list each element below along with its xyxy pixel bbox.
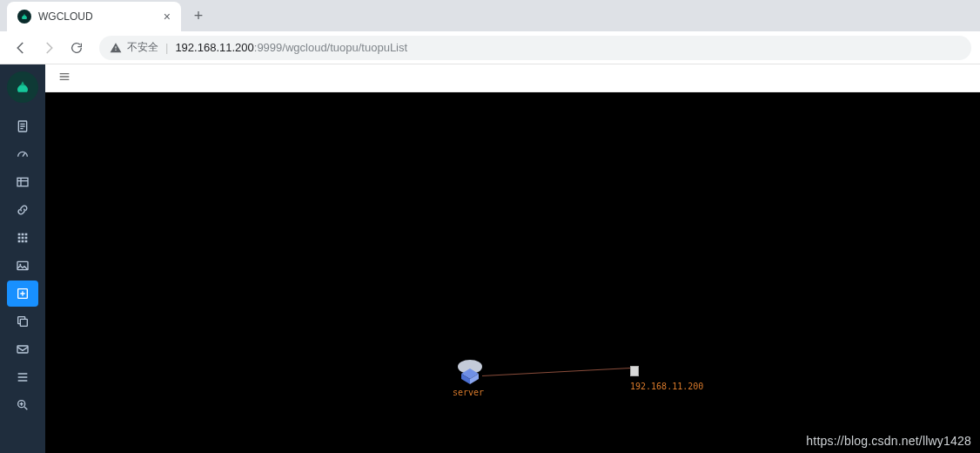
nav-doc[interactable] bbox=[7, 113, 38, 139]
list-icon bbox=[16, 370, 30, 384]
nav-mail[interactable] bbox=[7, 336, 38, 362]
url-path: :9999/wgcloud/tuopu/tuopuList bbox=[254, 41, 407, 54]
link-icon bbox=[16, 203, 30, 217]
copy-icon bbox=[16, 314, 30, 328]
svg-rect-6 bbox=[17, 346, 28, 353]
nav-topology[interactable] bbox=[7, 281, 38, 307]
nav-list[interactable] bbox=[7, 364, 38, 390]
sidebar bbox=[0, 64, 45, 453]
address-bar[interactable]: 不安全 | 192.168.11.200:9999/wgcloud/tuopu/… bbox=[99, 36, 971, 60]
svg-rect-5 bbox=[20, 319, 27, 326]
topbar bbox=[45, 64, 980, 92]
url-host: 192.168.11.200 bbox=[175, 41, 253, 54]
app-logo[interactable] bbox=[7, 71, 38, 103]
topology-canvas[interactable]: server 192.168.11.200 https://blog.csdn.… bbox=[45, 92, 980, 453]
url-text: 192.168.11.200:9999/wgcloud/tuopu/tuopuL… bbox=[175, 41, 407, 54]
svg-rect-1 bbox=[17, 178, 28, 186]
watermark: https://blog.csdn.net/llwy1428 bbox=[806, 434, 971, 448]
url-separator: | bbox=[165, 41, 168, 54]
app-container: server 192.168.11.200 https://blog.csdn.… bbox=[0, 64, 980, 453]
reload-button[interactable] bbox=[64, 36, 89, 60]
close-icon[interactable]: × bbox=[164, 10, 171, 24]
topology-host-node[interactable]: 192.168.11.200 bbox=[630, 362, 703, 391]
nav-image[interactable] bbox=[7, 253, 38, 279]
topology-edge bbox=[482, 368, 639, 376]
server-cloud-icon bbox=[453, 358, 484, 384]
browser-tab[interactable]: WGCLOUD × bbox=[7, 2, 181, 31]
security-label: 不安全 bbox=[127, 40, 158, 55]
new-tab-button[interactable]: + bbox=[186, 3, 211, 28]
grid-icon bbox=[16, 231, 30, 245]
tab-title: WGCLOUD bbox=[38, 10, 157, 23]
main-area: server 192.168.11.200 https://blog.csdn.… bbox=[45, 64, 980, 453]
host-node-label: 192.168.11.200 bbox=[630, 382, 703, 391]
nav-link[interactable] bbox=[7, 197, 38, 223]
search-plus-icon bbox=[16, 398, 30, 412]
tab-strip: WGCLOUD × + bbox=[0, 0, 980, 31]
nav-table[interactable] bbox=[7, 169, 38, 195]
browser-chrome: WGCLOUD × + 不安全 | 192.168.11.200:9999/wg… bbox=[0, 0, 980, 64]
gauge-icon bbox=[16, 147, 30, 161]
nav-copy[interactable] bbox=[7, 308, 38, 335]
back-button[interactable] bbox=[9, 36, 33, 60]
plus-box-icon bbox=[16, 287, 30, 301]
forward-button[interactable] bbox=[37, 36, 61, 60]
nav-dashboard[interactable] bbox=[7, 141, 38, 167]
server-node-label: server bbox=[453, 388, 484, 397]
security-warning-icon: 不安全 bbox=[110, 40, 158, 55]
nav-search[interactable] bbox=[7, 392, 38, 418]
host-icon bbox=[630, 366, 639, 376]
menu-toggle-icon[interactable] bbox=[57, 70, 71, 87]
nav-grid[interactable] bbox=[7, 225, 38, 251]
image-icon bbox=[16, 259, 30, 273]
tab-favicon bbox=[17, 10, 31, 24]
browser-toolbar: 不安全 | 192.168.11.200:9999/wgcloud/tuopu/… bbox=[0, 31, 980, 64]
table-icon bbox=[16, 175, 30, 189]
doc-icon bbox=[16, 119, 30, 133]
mail-icon bbox=[16, 342, 30, 356]
topology-server-node[interactable]: server bbox=[453, 358, 484, 397]
